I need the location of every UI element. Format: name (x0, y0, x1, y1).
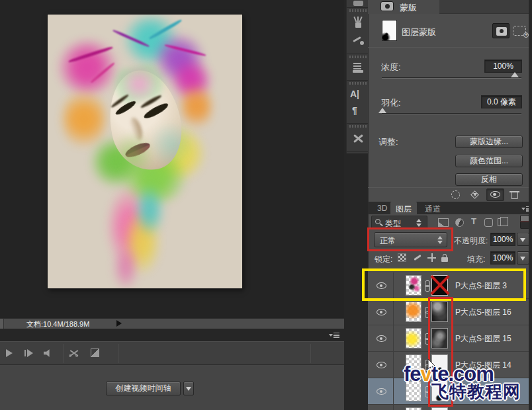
next-frame-icon[interactable] (24, 349, 34, 357)
layer-name[interactable]: P大点S-图层 3 (455, 272, 507, 299)
zoom-field-stub[interactable] (0, 319, 4, 329)
mask-link-icon[interactable] (424, 280, 429, 291)
layer-row[interactable]: P大点S-图层 15 (368, 325, 532, 352)
filtering-toggle[interactable] (520, 215, 529, 229)
density-value[interactable]: 100% (484, 60, 522, 73)
fill-value[interactable]: 100% (490, 251, 515, 265)
dock-group-grip[interactable] (349, 9, 368, 12)
visibility-cell[interactable] (368, 405, 394, 410)
feather-value[interactable]: 0.0 像素 (481, 95, 522, 108)
filter-type-dropdown[interactable]: 类型 (371, 216, 427, 229)
partial-panel-icon[interactable] (353, 1, 363, 6)
filter-smart-objects-icon[interactable] (498, 218, 504, 226)
dock-group-grip[interactable] (349, 125, 368, 128)
mask-visibility-button[interactable] (486, 188, 504, 201)
lock-all-icon[interactable] (441, 253, 449, 263)
filter-shape-layers-icon[interactable] (484, 218, 493, 227)
divider (368, 47, 532, 48)
fill-label: 填充: (467, 254, 485, 265)
visibility-cell[interactable] (368, 299, 394, 325)
eye-icon[interactable] (377, 282, 386, 289)
watermark: fevte.com 飞特教程网 (404, 364, 521, 400)
tools-wrench-icon[interactable] (351, 132, 366, 145)
visibility-cell[interactable] (368, 378, 394, 405)
tab-layers[interactable]: 图层 (390, 202, 417, 214)
density-slider-track[interactable] (382, 77, 521, 79)
eye-icon[interactable] (377, 335, 386, 342)
watermark-line2: 飞特教程网 (431, 383, 521, 400)
eye-icon[interactable] (377, 362, 386, 368)
timeline-panel-menu-icon[interactable] (329, 332, 339, 339)
toolbar-divider (310, 344, 311, 363)
feather-slider-thumb[interactable] (378, 108, 386, 113)
apply-mask-icon[interactable] (470, 190, 480, 200)
toolbar-divider (118, 344, 119, 363)
density-slider-thumb[interactable] (511, 72, 519, 77)
mask-link-icon[interactable] (424, 307, 429, 317)
color-range-button[interactable]: 颜色范围... (455, 155, 523, 167)
timeline-panel: 创建视频时间轴 (0, 329, 344, 410)
add-vector-mask-button[interactable]: + (513, 26, 526, 36)
feather-slider-track[interactable] (382, 113, 521, 114)
layer-row[interactable]: P大点S-图层 3 (368, 272, 532, 299)
filter-pixel-layers-icon[interactable] (438, 218, 449, 227)
layer-name[interactable]: P大点S-图层 15 (455, 325, 511, 352)
lock-pixels-icon[interactable] (413, 253, 422, 263)
tab-channels[interactable]: 通道 (420, 202, 446, 214)
status-flyout-arrow[interactable] (116, 320, 122, 327)
timeline-type-dropdown[interactable] (183, 382, 194, 395)
transition-icon[interactable] (91, 348, 99, 357)
scissors-icon[interactable] (69, 348, 79, 358)
character-styles-icon[interactable]: A| (350, 89, 365, 102)
tab-masks[interactable]: 蒙版 (368, 0, 439, 14)
dock-group-grip[interactable] (349, 56, 368, 58)
layer-row[interactable] (368, 405, 532, 410)
brush-presets-icon[interactable] (351, 17, 366, 30)
tool-presets-icon[interactable] (351, 35, 366, 48)
mask-link-icon[interactable] (424, 333, 429, 344)
layer-thumbnail[interactable] (406, 302, 421, 322)
opacity-value[interactable]: 100% (490, 233, 515, 246)
masks-tab-label: 蒙版 (400, 2, 417, 14)
layer-mask-thumbnail[interactable] (382, 20, 397, 41)
layer-thumbnail[interactable] (406, 275, 421, 296)
select-pixel-mask-button[interactable] (492, 23, 510, 38)
filter-type-layers-icon[interactable]: T (471, 216, 476, 226)
opacity-dropdown-button[interactable] (517, 233, 529, 246)
invert-button[interactable]: 反相 (455, 173, 523, 186)
lock-icons-group (398, 253, 451, 263)
play-icon[interactable] (6, 349, 13, 357)
dock-group-grip[interactable] (349, 82, 368, 85)
mask-thumbnail[interactable] (431, 275, 448, 296)
eye-icon[interactable] (377, 388, 386, 395)
filter-adjustment-layers-icon[interactable] (455, 218, 464, 227)
visibility-cell[interactable] (368, 272, 394, 299)
layers-tab-bar: 3D 图层 通道 (368, 202, 532, 214)
lock-position-icon[interactable] (427, 253, 436, 262)
layer-row[interactable]: P大点S-图层 16 (368, 299, 532, 325)
opacity-label: 不透明度: (454, 235, 488, 247)
load-selection-icon[interactable] (451, 190, 460, 199)
audio-icon[interactable] (44, 349, 52, 357)
paragraph-icon[interactable]: ¶ (352, 105, 367, 118)
layer-thumbnail[interactable] (406, 407, 421, 410)
blend-mode-dropdown[interactable]: 正常 (374, 232, 447, 247)
mask-thumbnail[interactable] (431, 328, 448, 348)
blend-mode-value: 正常 (380, 235, 396, 247)
toolbar-divider (63, 344, 64, 363)
layer-name[interactable]: P大点S-图层 16 (455, 299, 511, 325)
visibility-cell[interactable] (368, 352, 394, 378)
mask-thumbnail[interactable] (431, 407, 448, 410)
create-video-timeline-button[interactable]: 创建视频时间轴 (106, 382, 181, 395)
clone-source-icon[interactable] (351, 62, 366, 75)
mask-edge-button[interactable]: 蒙版边缘... (455, 136, 523, 148)
search-icon (375, 219, 380, 224)
tab-3d[interactable]: 3D (372, 202, 392, 214)
eye-icon[interactable] (377, 309, 386, 315)
fill-dropdown-button[interactable] (517, 251, 529, 265)
mask-thumbnail[interactable] (431, 302, 448, 322)
trash-icon[interactable] (510, 190, 519, 200)
lock-transparency-icon[interactable] (398, 253, 406, 262)
layer-thumbnail[interactable] (406, 328, 421, 348)
visibility-cell[interactable] (368, 325, 394, 352)
